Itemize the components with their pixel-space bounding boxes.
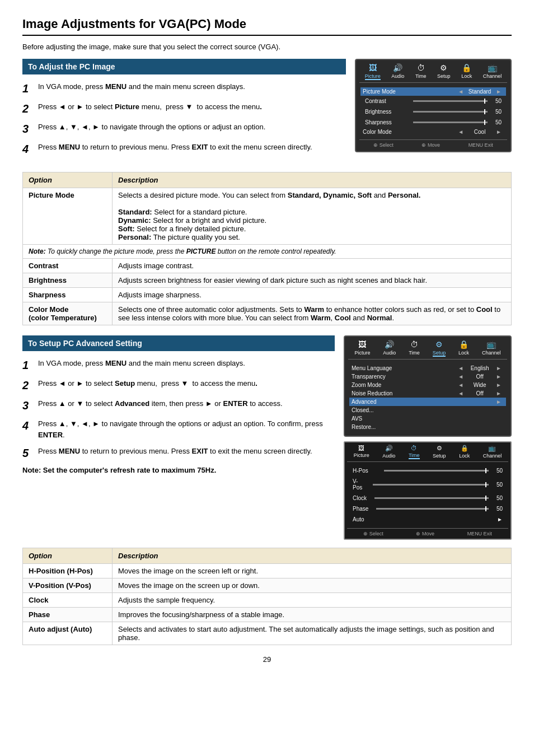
tv-row-brightness: Brightness 50 [360,106,506,117]
section1-left: To Adjust the PC Image 1 In VGA mode, pr… [22,59,346,162]
options-table-1-header: Option Description [23,172,512,188]
option-phase: Phase [23,608,113,622]
tv-menu-1: 🖼Picture 🔊Audio ⏱Time ⚙Setup 🔒Lock 📺Chan… [355,59,512,152]
section2-right: 🖼Picture 🔊Audio ⏱Time ⚙Setup 🔒Lock 📺Chan… [344,335,512,540]
ti-tab-audio: 🔊Audio [382,445,395,459]
page-number: 29 [22,655,512,664]
tv2-tab-setup: ⚙Setup [433,340,446,357]
tv2-row-menu-lang: Menu Language ◄ English ► [349,364,506,372]
tv-row-picture-mode: Picture Mode ◄ Standard ► [360,87,506,96]
desc-clock: Adjusts the sample frequency. [113,593,512,608]
tv2-row-transparency: Transparency ◄ Off ► [349,372,506,381]
step-1: 1 In VGA mode, press MENU and the main m… [22,81,346,96]
tv-tab-lock: 🔒Lock [461,63,472,80]
row-brightness: Brightness Adjusts screen brightness for… [23,273,512,288]
tv-row-sharpness: Sharpness 50 [360,117,506,128]
section2-note: Note: Set the computer's refresh rate to… [22,466,335,474]
intro-text: Before adjusting the image, make sure th… [22,43,512,51]
s2-step-4: 4 Press ▲, ▼, ◄, ► to navigate through t… [22,418,335,440]
desc-hpos: Moves the image on the screen left or ri… [113,564,512,578]
row-picture-mode: Picture Mode Selects a desired picture m… [23,188,512,245]
col-option-2: Option [23,548,113,564]
tv2-tab-audio: 🔊Audio [383,340,396,357]
option-contrast: Contrast [23,259,113,273]
step-4-num: 4 [22,142,35,156]
ti-tab-time: ⏱Time [409,445,420,459]
section2-heading: To Setup PC Advanced Setting [22,335,335,351]
step-4: 4 Press MENU to return to previous menu.… [22,142,346,156]
tv-inner-menu: 🖼Picture 🔊Audio ⏱Time ⚙Setup 🔒Lock 📺Chan… [344,441,512,540]
ti-row-auto: Auto ► [348,514,507,525]
s2-step-3: 3 Press ▲ or ▼ to select Advanced item, … [22,398,335,413]
row-phase: Phase Improves the focusing/sharpness of… [23,608,512,622]
option-hpos: H-Position (H-Pos) [23,564,113,578]
tv-menu-1-tabs: 🖼Picture 🔊Audio ⏱Time ⚙Setup 🔒Lock 📺Chan… [359,63,507,83]
s2-step-1-text: In VGA mode, press MENU and the main men… [38,358,245,369]
tv-inner-footer: ⊕ Select ⊕ Move MENU Exit [347,528,508,536]
s2-step-2-text: Press ◄ or ► to select Setup menu, press… [38,378,257,389]
row-color-mode: Color Mode(color Temperature) Selects on… [23,302,512,325]
col-desc-2: Description [113,548,512,564]
row-clock: Clock Adjusts the sample frequency. [23,593,512,608]
s2-step-2-num: 2 [22,378,35,393]
tv2-row-advanced: Advanced ► [349,398,506,406]
step-2-num: 2 [22,101,35,116]
row-sharpness: Sharpness Adjusts image sharpness. [23,288,512,302]
row-picture-mode-note: Note: To quickly change the picture mode… [23,245,512,259]
tv-tab-channel: 📺Channel [483,63,502,80]
tv-inner-rows: H-Pos 50 V-Pos 50 Clock 50 Phase [347,464,508,526]
section2-left: To Setup PC Advanced Setting 1 In VGA mo… [22,335,335,540]
tv-tab-audio: 🔊Audio [391,63,404,80]
tv-row-color-mode: Color Mode ◄ Cool ► [360,128,506,136]
step-1-num: 1 [22,81,35,96]
desc-auto-adjust: Selects and activates to start auto adju… [113,622,512,645]
s2-step-5-text: Press MENU to return to previous menu. P… [38,446,312,457]
page-title: Image Adjustments for VGA(PC) Mode [22,17,512,36]
ti-row-clock: Clock 50 [348,493,507,503]
desc-sharpness: Adjusts image sharpness. [113,288,512,302]
section1-right: 🖼Picture 🔊Audio ⏱Time ⚙Setup 🔒Lock 📺Chan… [355,59,512,162]
section1-wrapper: To Adjust the PC Image 1 In VGA mode, pr… [22,59,512,162]
section2-wrapper: To Setup PC Advanced Setting 1 In VGA mo… [22,335,512,540]
section1-steps: 1 In VGA mode, press MENU and the main m… [22,81,346,156]
tv2-tab-time: ⏱Time [409,340,420,357]
options-table-2: Option Description H-Position (H-Pos) Mo… [22,548,512,645]
note-picture-mode: Note: To quickly change the picture mode… [23,245,512,259]
s2-step-5: 5 Press MENU to return to previous menu.… [22,446,335,460]
s2-step-4-text: Press ▲, ▼, ◄, ► to navigate through the… [38,418,335,440]
section2-steps-list: 1 In VGA mode, press MENU and the main m… [22,358,335,460]
tv-inner-menu-tabs: 🖼Picture 🔊Audio ⏱Time ⚙Setup 🔒Lock 📺Chan… [347,445,508,462]
option-clock: Clock [23,593,113,608]
s2-step-1: 1 In VGA mode, press MENU and the main m… [22,358,335,372]
option-vpos: V-Position (V-Pos) [23,578,113,593]
tv-row-contrast: Contrast 50 [360,96,506,106]
tv2-tab-channel: 📺Channel [482,340,501,357]
section1-heading: To Adjust the PC Image [22,59,346,74]
tv-menu-2-rows: Menu Language ◄ English ► Transparency ◄… [348,363,507,432]
tv-menu-1-footer: ⊕ Select ⊕ Move MENU Exit [359,139,507,148]
desc-phase: Improves the focusing/sharpness of a sta… [113,608,512,622]
options-table-2-header: Option Description [23,548,512,564]
s2-step-5-num: 5 [22,446,35,460]
ti-tab-lock: 🔒Lock [459,445,470,459]
row-vpos: V-Position (V-Pos) Moves the image on th… [23,578,512,593]
option-brightness: Brightness [23,273,113,288]
desc-brightness: Adjusts screen brightness for easier vie… [113,273,512,288]
step-3-text: Press ▲, ▼, ◄, ► to navigate through the… [38,122,265,133]
ti-row-phase: Phase 50 [348,503,507,514]
row-contrast: Contrast Adjusts image contrast. [23,259,512,273]
tv2-tab-lock: 🔒Lock [458,340,469,357]
col-desc-1: Description [113,172,512,188]
tv-tab-time: ⏱Time [415,63,427,80]
option-color-mode: Color Mode(color Temperature) [23,302,113,325]
ti-tab-channel: 📺Channel [483,445,502,459]
s2-step-4-num: 4 [22,418,35,433]
option-sharpness: Sharpness [23,288,113,302]
tv-tab-picture: 🖼Picture [365,63,381,80]
step-3-num: 3 [22,122,35,136]
s2-step-2: 2 Press ◄ or ► to select Setup menu, pre… [22,378,335,393]
desc-picture-mode: Selects a desired picture mode. You can … [113,188,512,245]
tv-tab-setup: ⚙Setup [437,63,451,80]
tv2-row-zoom-mode: Zoom Mode ◄ Wide ► [349,381,506,389]
ti-row-hpos: H-Pos 50 [348,465,507,476]
